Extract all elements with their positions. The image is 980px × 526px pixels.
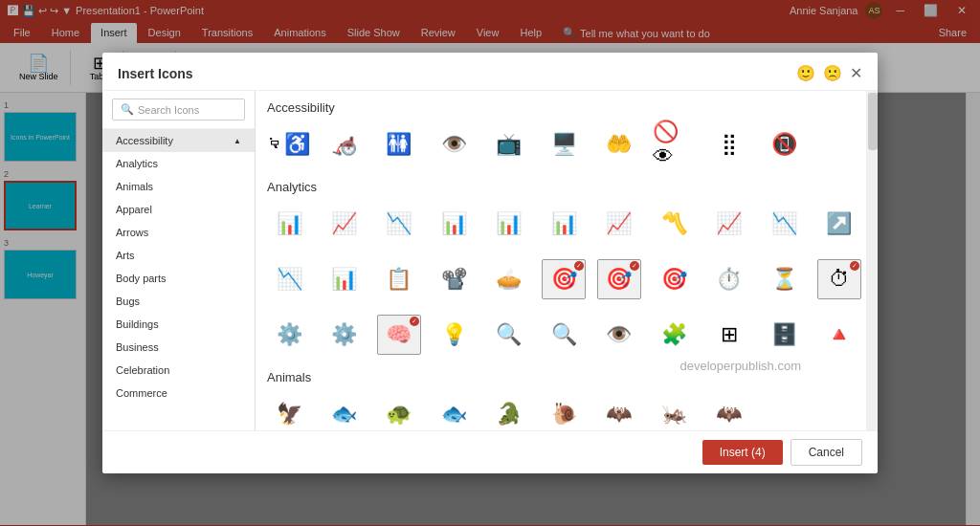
section-title-analytics: Analytics (267, 180, 866, 194)
icon-filter[interactable]: 🔺 (817, 315, 861, 355)
modal-title: Insert Icons (118, 66, 193, 81)
category-list-spacer (102, 405, 255, 430)
icon-animal-4[interactable]: 🐟 (432, 394, 476, 430)
insert-button[interactable]: Insert (4) (702, 440, 783, 465)
icon-sign-language[interactable]: 🤲 (597, 124, 641, 164)
modal-header: Insert Icons 🙂 🙁 ✕ (102, 53, 878, 91)
check-badge-2: ✓ (630, 261, 639, 271)
category-arrows[interactable]: Arrows (102, 221, 255, 244)
icon-analytics-1[interactable]: 📉 (267, 259, 311, 299)
icon-analytics-selected3[interactable]: ⏱✓ (817, 259, 861, 299)
category-bugs[interactable]: Bugs (102, 290, 255, 313)
icon-pie-chart[interactable]: 🥧 (487, 259, 531, 299)
icon-animal-2[interactable]: 🐟 (322, 394, 366, 430)
icon-line-chart2[interactable]: 〽️ (652, 204, 696, 244)
cancel-button[interactable]: Cancel (791, 439, 862, 466)
icon-database[interactable]: 🗄️ (762, 315, 806, 355)
category-celebration[interactable]: Celebration (102, 359, 255, 382)
check-badge-4: ✓ (410, 317, 419, 326)
icon-low-vision[interactable]: 👁️ (432, 124, 476, 164)
insert-icons-modal: Insert Icons 🙂 🙁 ✕ 🔍 Search Icons (102, 53, 878, 473)
icon-animal-6[interactable]: 🐌 (542, 394, 586, 430)
icon-animal-1[interactable]: 🦅 (267, 394, 311, 430)
icon-hearing[interactable]: 📵 (762, 124, 806, 164)
icons-scroll-thumb (868, 93, 878, 150)
modal-footer: Insert (4) Cancel (102, 430, 878, 473)
icon-trend2[interactable]: 📉 (762, 204, 806, 244)
search-input[interactable]: 🔍 Search Icons (112, 99, 245, 121)
icon-line-chart[interactable]: 📈 (597, 204, 641, 244)
icon-target[interactable]: 🎯 (652, 259, 696, 299)
icon-speedometer[interactable]: ⏱️ (707, 259, 751, 299)
icon-analytics-2[interactable]: 📊 (322, 259, 366, 299)
icon-magnify2[interactable]: 🔍 (542, 315, 586, 355)
category-sidebar: 🔍 Search Icons Accessibility ▲ Analytics… (102, 91, 256, 430)
icon-puzzle[interactable]: 🧩 (652, 315, 696, 355)
chevron-icon: ▲ (234, 137, 241, 145)
category-business[interactable]: Business (102, 336, 255, 359)
icon-animal-9[interactable]: 🦇 (707, 394, 751, 430)
icon-animal-5[interactable]: 🐊 (487, 394, 531, 430)
icon-blind[interactable]: 🚫👁 (652, 124, 696, 164)
icon-lightbulb[interactable]: 💡 (432, 315, 476, 355)
icon-bar-chart2[interactable]: 📈 (322, 204, 366, 244)
analytics-icons-row3: ⚙️ ⚙️ 🧠✓ 💡 🔍 🔍 👁️ 🧩 ⊞ 🗄️ 🔺 (267, 315, 866, 355)
search-icon: 🔍 (121, 103, 134, 116)
icon-bar-chart3[interactable]: 📉 (377, 204, 421, 244)
section-title-animals: Animals (267, 370, 866, 384)
dislike-icon: 🙁 (823, 64, 842, 82)
analytics-icons-row2: 📉 📊 📋 📽️ 🥧 🎯✓ 🎯✓ 🎯 ⏱️ ⏳ ⏱✓ (267, 259, 866, 299)
icon-magnify[interactable]: 🔍 (487, 315, 531, 355)
icon-wheelchair[interactable]: 🦽 (322, 124, 366, 164)
icon-caption[interactable]: 📺 (487, 124, 531, 164)
icon-accessible[interactable]: ♿ (267, 124, 311, 164)
icon-restroom[interactable]: 🚻 (377, 124, 421, 164)
icon-analytics-4[interactable]: 📽️ (432, 259, 476, 299)
icon-analytics-3[interactable]: 📋 (377, 259, 421, 299)
icon-bar-chart6[interactable]: 📊 (542, 204, 586, 244)
close-modal-button[interactable]: ✕ (850, 64, 862, 82)
modal-header-actions: 🙂 🙁 ✕ (796, 64, 862, 82)
icon-trend[interactable]: 📈 (707, 204, 751, 244)
category-arts[interactable]: Arts (102, 244, 255, 267)
icon-grid[interactable]: ⊞ (707, 315, 751, 355)
modal-body: 🔍 Search Icons Accessibility ▲ Analytics… (102, 91, 878, 430)
check-badge-1: ✓ (574, 261, 584, 271)
icon-settings[interactable]: ⚙️ (267, 315, 311, 355)
icon-animal-8[interactable]: 🦗 (652, 394, 696, 430)
icon-animal-7[interactable]: 🦇 (597, 394, 641, 430)
analytics-icons-row1: 📊 📈 📉 📊 📊 📊 📈 〽️ 📈 📉 ↗️ (267, 204, 866, 244)
icon-hourglass[interactable]: ⏳ (762, 259, 806, 299)
icon-bar-chart[interactable]: 📊 (267, 204, 311, 244)
icons-area: Accessibility ♿ 🦽 🚻 👁️ 📺 🖥️ 🤲 🚫👁 ⣿ 📵 Ana… (256, 91, 878, 430)
category-body-parts[interactable]: Body parts (102, 267, 255, 290)
accessibility-icons-grid: ♿ 🦽 🚻 👁️ 📺 🖥️ 🤲 🚫👁 ⣿ 📵 (267, 124, 866, 164)
icon-braille[interactable]: ⣿ (707, 124, 751, 164)
icon-analytics-selected2[interactable]: 🎯✓ (597, 259, 641, 299)
icon-bar-chart4[interactable]: 📊 (432, 204, 476, 244)
modal-overlay: Insert Icons 🙂 🙁 ✕ 🔍 Search Icons (0, 0, 980, 526)
search-box: 🔍 Search Icons (102, 91, 255, 129)
svg-point-1 (270, 138, 272, 140)
section-title-accessibility: Accessibility (267, 100, 866, 115)
icon-analytics-selected1[interactable]: 🎯✓ (542, 259, 586, 299)
category-analytics[interactable]: Analytics (102, 152, 255, 175)
icon-screen-reader[interactable]: 🖥️ (542, 124, 586, 164)
category-list: Accessibility ▲ Analytics Animals Appare… (102, 129, 255, 430)
category-commerce[interactable]: Commerce (102, 382, 255, 405)
icon-bar-chart5[interactable]: 📊 (487, 204, 531, 244)
icon-eye[interactable]: 👁️ (597, 315, 641, 355)
icon-animal-3[interactable]: 🐢 (377, 394, 421, 430)
category-animals[interactable]: Animals (102, 175, 255, 198)
check-badge-3: ✓ (850, 261, 859, 271)
icon-trend3[interactable]: ↗️ (817, 204, 861, 244)
icons-scrollbar[interactable] (866, 91, 878, 430)
category-accessibility[interactable]: Accessibility ▲ (102, 129, 255, 152)
icon-settings2[interactable]: ⚙️ (322, 315, 366, 355)
animals-icons-row1: 🦅 🐟 🐢 🐟 🐊 🐌 🦇 🦗 🦇 (267, 394, 866, 430)
category-apparel[interactable]: Apparel (102, 198, 255, 221)
smiley-icon: 🙂 (796, 64, 815, 82)
icon-analytics-selected4[interactable]: 🧠✓ (377, 315, 421, 355)
category-buildings[interactable]: Buildings (102, 313, 255, 336)
